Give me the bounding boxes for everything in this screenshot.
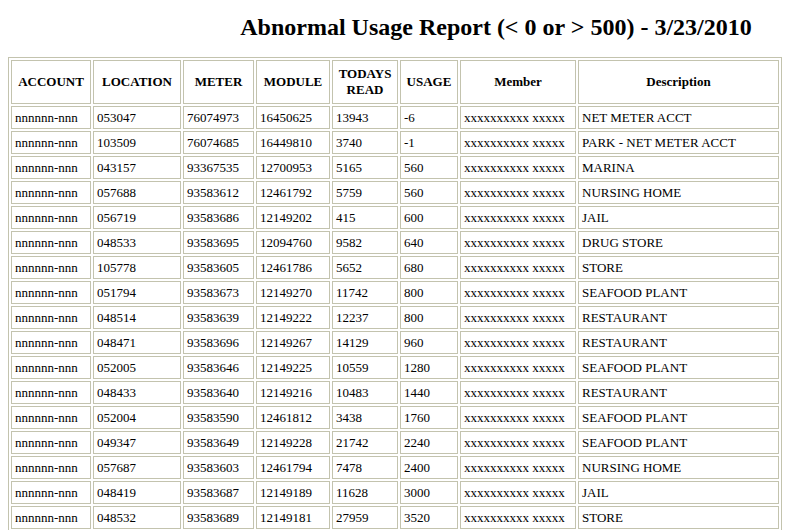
cell-meter: 93583689 — [183, 506, 254, 529]
cell-module: 12149202 — [256, 206, 330, 229]
cell-module: 16450625 — [256, 106, 330, 129]
cell-meter: 93583590 — [183, 406, 254, 429]
cell-meter: 93583686 — [183, 206, 254, 229]
cell-module: 12461812 — [256, 406, 330, 429]
cell-module: 12461794 — [256, 456, 330, 479]
table-row: nnnnnn-nnn048419935836871214918911628300… — [11, 481, 779, 504]
cell-todays-read: 415 — [332, 206, 398, 229]
cell-usage: 800 — [400, 281, 458, 304]
cell-usage: -1 — [400, 131, 458, 154]
cell-description: RESTAURANT — [578, 306, 779, 329]
cell-module: 16449810 — [256, 131, 330, 154]
cell-description: SEAFOOD PLANT — [578, 281, 779, 304]
table-row: nnnnnn-nnn049347935836491214922821742224… — [11, 431, 779, 454]
cell-location: 052004 — [93, 406, 181, 429]
cell-todays-read: 3438 — [332, 406, 398, 429]
cell-meter: 93583649 — [183, 431, 254, 454]
cell-meter: 93583646 — [183, 356, 254, 379]
cell-member: xxxxxxxxxx xxxxx — [460, 206, 576, 229]
cell-todays-read: 21742 — [332, 431, 398, 454]
cell-member: xxxxxxxxxx xxxxx — [460, 281, 576, 304]
cell-todays-read: 10483 — [332, 381, 398, 404]
cell-usage: 1280 — [400, 356, 458, 379]
cell-module: 12149181 — [256, 506, 330, 529]
table-row: nnnnnn-nnn10577893583605124617865652680x… — [11, 256, 779, 279]
cell-usage: 640 — [400, 231, 458, 254]
cell-todays-read: 13943 — [332, 106, 398, 129]
cell-description: JAIL — [578, 481, 779, 504]
cell-location: 048433 — [93, 381, 181, 404]
table-row: nnnnnn-nnn048471935836961214926714129960… — [11, 331, 779, 354]
cell-meter: 93367535 — [183, 156, 254, 179]
cell-todays-read: 5652 — [332, 256, 398, 279]
table-row: nnnnnn-nnn048514935836391214922212237800… — [11, 306, 779, 329]
cell-description: SEAFOOD PLANT — [578, 356, 779, 379]
cell-meter: 93583603 — [183, 456, 254, 479]
cell-member: xxxxxxxxxx xxxxx — [460, 381, 576, 404]
table-row: nnnnnn-nnn04315793367535127009535165560x… — [11, 156, 779, 179]
column-header-location: LOCATION — [93, 60, 181, 104]
column-header-todays-read: TODAYS READ — [332, 60, 398, 104]
cell-member: xxxxxxxxxx xxxxx — [460, 131, 576, 154]
cell-account: nnnnnn-nnn — [11, 231, 91, 254]
cell-account: nnnnnn-nnn — [11, 181, 91, 204]
cell-location: 048514 — [93, 306, 181, 329]
cell-location: 052005 — [93, 356, 181, 379]
cell-usage: 2240 — [400, 431, 458, 454]
column-header-usage: USAGE — [400, 60, 458, 104]
table-row: nnnnnn-nnn057687935836031246179474782400… — [11, 456, 779, 479]
cell-todays-read: 27959 — [332, 506, 398, 529]
cell-member: xxxxxxxxxx xxxxx — [460, 356, 576, 379]
cell-location: 057687 — [93, 456, 181, 479]
cell-todays-read: 5165 — [332, 156, 398, 179]
cell-usage: 960 — [400, 331, 458, 354]
cell-todays-read: 10559 — [332, 356, 398, 379]
cell-usage: 680 — [400, 256, 458, 279]
cell-account: nnnnnn-nnn — [11, 406, 91, 429]
cell-description: NET METER ACCT — [578, 106, 779, 129]
cell-meter: 93583696 — [183, 331, 254, 354]
header-row: ACCOUNTLOCATIONMETERMODULETODAYS READUSA… — [11, 60, 779, 104]
cell-location: 049347 — [93, 431, 181, 454]
cell-account: nnnnnn-nnn — [11, 456, 91, 479]
cell-account: nnnnnn-nnn — [11, 106, 91, 129]
cell-location: 105778 — [93, 256, 181, 279]
cell-member: xxxxxxxxxx xxxxx — [460, 456, 576, 479]
table-row: nnnnnn-nnn048433935836401214921610483144… — [11, 381, 779, 404]
cell-usage: 3000 — [400, 481, 458, 504]
cell-member: xxxxxxxxxx xxxxx — [460, 156, 576, 179]
cell-description: NURSING HOME — [578, 181, 779, 204]
cell-account: nnnnnn-nnn — [11, 431, 91, 454]
cell-todays-read: 11742 — [332, 281, 398, 304]
cell-module: 12149270 — [256, 281, 330, 304]
column-header-account: ACCOUNT — [11, 60, 91, 104]
cell-description: SEAFOOD PLANT — [578, 431, 779, 454]
cell-location: 048419 — [93, 481, 181, 504]
cell-module: 12461786 — [256, 256, 330, 279]
table-row: nnnnnn-nnn052005935836461214922510559128… — [11, 356, 779, 379]
cell-usage: 560 — [400, 181, 458, 204]
table-row: nnnnnn-nnn048532935836891214918127959352… — [11, 506, 779, 529]
cell-todays-read: 14129 — [332, 331, 398, 354]
table-row: nnnnnn-nnn10350976074685164498103740-1xx… — [11, 131, 779, 154]
cell-member: xxxxxxxxxx xxxxx — [460, 431, 576, 454]
table-row: nnnnnn-nnn053047760749731645062513943-6x… — [11, 106, 779, 129]
cell-module: 12149225 — [256, 356, 330, 379]
cell-location: 103509 — [93, 131, 181, 154]
cell-usage: 800 — [400, 306, 458, 329]
cell-meter: 93583640 — [183, 381, 254, 404]
cell-module: 12149189 — [256, 481, 330, 504]
cell-location: 048533 — [93, 231, 181, 254]
cell-todays-read: 12237 — [332, 306, 398, 329]
cell-module: 12149267 — [256, 331, 330, 354]
cell-usage: 1440 — [400, 381, 458, 404]
cell-member: xxxxxxxxxx xxxxx — [460, 306, 576, 329]
cell-account: nnnnnn-nnn — [11, 306, 91, 329]
cell-account: nnnnnn-nnn — [11, 131, 91, 154]
cell-description: DRUG STORE — [578, 231, 779, 254]
cell-member: xxxxxxxxxx xxxxx — [460, 506, 576, 529]
cell-account: nnnnnn-nnn — [11, 156, 91, 179]
report-title: Abnormal Usage Report (< 0 or > 500) - 3… — [0, 12, 787, 42]
cell-usage: 3520 — [400, 506, 458, 529]
table-row: nnnnnn-nnn0567199358368612149202415600xx… — [11, 206, 779, 229]
